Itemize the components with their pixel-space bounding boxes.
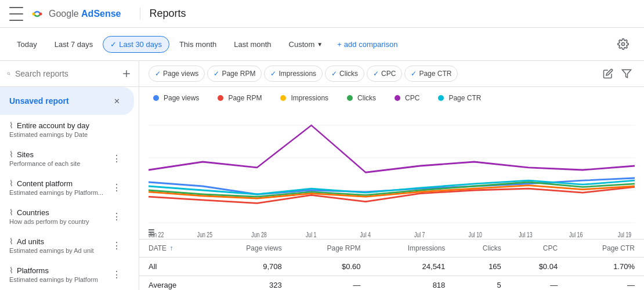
hamburger-menu[interactable] — [9, 7, 23, 21]
svg-text:Jun 25: Jun 25 — [197, 231, 212, 239]
svg-text:Jul 1: Jul 1 — [306, 231, 317, 239]
last-30-days-button[interactable]: ✓ Last 30 days — [103, 36, 169, 53]
sidebar-item-content-platform[interactable]: ⌇ Content platform Estimated earnings by… — [0, 173, 134, 202]
tab-clicks[interactable]: ✓ Clicks — [325, 66, 364, 82]
row-avg-page-views: 323 — [209, 276, 291, 291]
item-content: ⌇ Entire account by day Estimated earnin… — [9, 121, 125, 138]
check-icon: ✓ — [373, 70, 379, 78]
tab-page-views-label: Page views — [163, 70, 198, 78]
filter-button[interactable] — [618, 66, 635, 82]
filter-icon — [621, 68, 632, 79]
entire-account-label: ⌇ Entire account by day — [9, 121, 125, 130]
svg-point-2 — [39, 12, 42, 15]
line-chart: Jun 22 Jun 25 Jun 28 Jul 1 Jul 4 Jul 7 J… — [149, 109, 635, 239]
wavy-icon: ⌇ — [9, 150, 13, 159]
svg-point-1 — [32, 12, 35, 15]
col-clicks[interactable]: Clicks — [454, 240, 511, 258]
close-unsaved-report-button[interactable]: ✕ — [108, 93, 125, 109]
pencil-icon — [603, 68, 613, 79]
countries-more-button[interactable]: ⋮ — [108, 210, 125, 223]
row-all-impressions: 24,541 — [370, 258, 455, 276]
check-icon: ✓ — [411, 70, 417, 78]
row-avg-date: Average — [139, 276, 209, 291]
countries-label: ⌇ Countries — [9, 208, 108, 217]
svg-text:Jul 16: Jul 16 — [569, 231, 583, 239]
col-page-ctr[interactable]: Page CTR — [567, 240, 644, 258]
settings-button[interactable] — [612, 32, 635, 56]
legend-cpc: CPC — [395, 94, 419, 102]
logo: Google AdSense — [30, 7, 121, 21]
tab-clicks-label: Clicks — [339, 70, 358, 78]
main-layout: Unsaved report ✕ ⌇ Entire account by day… — [0, 61, 644, 290]
wavy-icon: ⌇ — [9, 266, 13, 275]
check-icon: ✓ — [270, 70, 276, 78]
last-7-days-button[interactable]: Last 7 days — [47, 36, 101, 53]
sites-more-button[interactable]: ⋮ — [108, 152, 125, 165]
tab-page-views[interactable]: ✓ Page views — [149, 66, 205, 82]
this-month-button[interactable]: This month — [172, 36, 224, 53]
tab-page-rpm[interactable]: ✓ Page RPM — [207, 66, 262, 82]
item-content: ⌇ Platforms Estimated earnings by Platfo… — [9, 266, 108, 283]
last-month-button[interactable]: Last month — [226, 36, 278, 53]
sidebar-item-sites[interactable]: ⌇ Sites Performance of each site ⋮ — [0, 144, 134, 173]
unsaved-report-label: Unsaved report — [9, 96, 108, 106]
legend-page-views: Page views — [153, 94, 199, 102]
tab-impressions[interactable]: ✓ Impressions — [264, 66, 323, 82]
edit-metrics-button[interactable] — [600, 66, 616, 82]
row-avg-clicks: 5 — [454, 276, 511, 291]
entire-account-desc: Estimated earnings by Date — [9, 131, 125, 138]
sites-label: ⌇ Sites — [9, 150, 108, 159]
custom-label: Custom — [289, 40, 315, 49]
item-content: ⌇ Ad units Estimated earnings by Ad unit — [9, 237, 108, 254]
tab-cpc[interactable]: ✓ CPC — [367, 66, 402, 82]
search-input[interactable] — [15, 69, 117, 78]
legend-impressions: Impressions — [280, 94, 328, 102]
settings-icon — [617, 38, 629, 50]
wavy-icon: ⌇ — [9, 179, 13, 188]
item-content: ⌇ Content platform Estimated earnings by… — [9, 179, 108, 196]
wavy-icon: ⌇ — [9, 208, 13, 217]
sidebar-item-platforms[interactable]: ⌇ Platforms Estimated earnings by Platfo… — [0, 260, 134, 289]
logo-brand: AdSense — [81, 9, 121, 19]
legend-dot-page-views — [153, 95, 159, 101]
check-icon: ✓ — [110, 40, 117, 49]
col-impressions[interactable]: Impressions — [370, 240, 455, 258]
chart-legend: Page views Page RPM Impressions Clicks C… — [139, 87, 644, 109]
svg-text:Jul 19: Jul 19 — [618, 231, 631, 239]
sidebar-item-ad-units[interactable]: ⌇ Ad units Estimated earnings by Ad unit… — [0, 231, 134, 260]
col-cpc[interactable]: CPC — [511, 240, 567, 258]
today-button[interactable]: Today — [9, 36, 45, 53]
legend-label-impressions: Impressions — [291, 94, 328, 102]
col-page-views[interactable]: Page views — [209, 240, 291, 258]
platforms-more-button[interactable]: ⋮ — [108, 268, 125, 281]
svg-text:Jul 7: Jul 7 — [414, 231, 425, 239]
legend-dot-page-ctr — [438, 95, 444, 101]
header-title: Reports — [140, 8, 186, 20]
chevron-down-icon: ▼ — [317, 41, 323, 48]
item-content: ⌇ Sites Performance of each site — [9, 150, 108, 167]
svg-text:Jun 28: Jun 28 — [251, 231, 266, 239]
row-all-page-rpm: $0.60 — [291, 258, 370, 276]
legend-label-cpc: CPC — [405, 94, 419, 102]
legend-dot-impressions — [280, 95, 286, 101]
sidebar-item-entire-account[interactable]: ⌇ Entire account by day Estimated earnin… — [0, 115, 134, 144]
sidebar-item-unsaved-report[interactable]: Unsaved report ✕ — [0, 87, 134, 115]
legend-clicks: Clicks — [347, 94, 376, 102]
header: Google AdSense Reports — [0, 0, 644, 28]
add-report-button[interactable] — [121, 66, 132, 82]
sidebar-item-countries[interactable]: ⌇ Countries How ads perform by country ⋮ — [0, 202, 134, 231]
content-platform-more-button[interactable]: ⋮ — [108, 181, 125, 194]
custom-button[interactable]: Custom ▼ — [281, 36, 331, 53]
legend-label-page-views: Page views — [164, 94, 199, 102]
add-comparison-button[interactable]: + add comparison — [332, 37, 402, 52]
col-date[interactable]: DATE ↑ — [139, 240, 209, 258]
ad-units-desc: Estimated earnings by Ad unit — [9, 247, 108, 254]
col-page-rpm[interactable]: Page RPM — [291, 240, 370, 258]
svg-rect-24 — [149, 234, 154, 235]
metric-tabs-bar: ✓ Page views ✓ Page RPM ✓ Impressions ✓ … — [139, 61, 644, 87]
countries-desc: How ads perform by country — [9, 218, 108, 225]
legend-page-ctr: Page CTR — [438, 94, 481, 102]
tab-page-ctr[interactable]: ✓ Page CTR — [404, 66, 458, 82]
tab-page-rpm-label: Page RPM — [222, 70, 255, 78]
ad-units-more-button[interactable]: ⋮ — [108, 239, 125, 252]
